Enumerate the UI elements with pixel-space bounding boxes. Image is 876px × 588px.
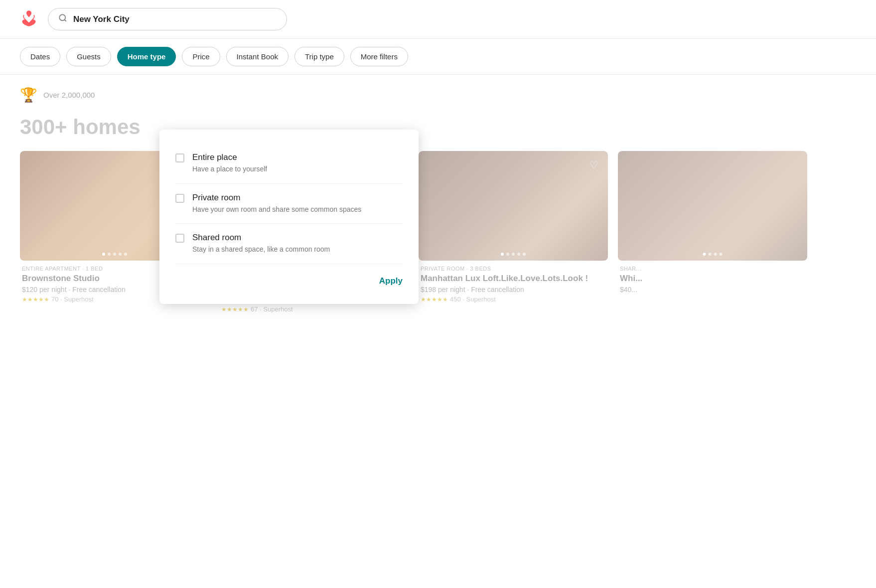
home-type-dropdown: Entire place Have a place to yourself Pr… xyxy=(159,130,419,304)
stars-icon: ★★★★★ xyxy=(421,296,448,303)
card-rating: ★★★★★ 450 · Superhost xyxy=(421,295,606,303)
carousel-dot[interactable] xyxy=(506,253,509,256)
listing-card[interactable]: ♡PRIVATE ROOM · 3 BEDSManhattan Lux Loft… xyxy=(419,151,608,318)
filter-bar: DatesGuestsHome typePriceInstant BookTri… xyxy=(0,39,876,75)
entire-place-checkbox[interactable] xyxy=(175,153,184,162)
carousel-dot[interactable] xyxy=(501,253,504,256)
card-price: $198 per night · Free cancellation xyxy=(421,286,606,294)
carousel-dot[interactable] xyxy=(703,253,706,256)
svg-point-0 xyxy=(59,14,65,20)
shared-room-checkbox[interactable] xyxy=(175,234,184,243)
shared-room-desc: Stay in a shared space, like a common ro… xyxy=(192,245,403,255)
private-room-desc: Have your own room and share some common… xyxy=(192,205,403,215)
option-row-entire: Entire place Have a place to yourself xyxy=(175,144,403,184)
card-title: Manhattan Lux Loft.Like.Love.Lots.Look ! xyxy=(421,274,606,284)
card-price: $40... xyxy=(620,286,805,294)
card-type: PRIVATE ROOM · 3 BEDS xyxy=(421,266,606,272)
search-bar[interactable]: New York City xyxy=(48,8,287,30)
entire-place-desc: Have a place to yourself xyxy=(192,164,403,174)
search-icon xyxy=(58,13,67,25)
filter-btn-trip-type[interactable]: Trip type xyxy=(294,47,344,66)
filter-btn-home-type[interactable]: Home type xyxy=(117,47,176,66)
airbnb-logo[interactable] xyxy=(20,9,38,29)
card-title: Whi... xyxy=(620,274,805,284)
trophy-icon: 🏆 xyxy=(20,87,37,103)
carousel-dot[interactable] xyxy=(108,253,111,256)
banner-text: Over 2,000,000 xyxy=(43,91,95,99)
private-room-checkbox[interactable] xyxy=(175,194,184,203)
option-row-private: Private room Have your own room and shar… xyxy=(175,184,403,224)
stars-icon: ★★★★★ xyxy=(22,296,49,303)
search-value: New York City xyxy=(73,14,130,24)
listing-card[interactable]: SHAR...Whi...$40... xyxy=(618,151,807,318)
filter-btn-more-filters[interactable]: More filters xyxy=(350,47,408,66)
filter-btn-dates[interactable]: Dates xyxy=(20,47,60,66)
svg-line-1 xyxy=(64,19,66,21)
carousel-dot[interactable] xyxy=(119,253,122,256)
card-type: SHAR... xyxy=(620,266,805,272)
carousel-dot[interactable] xyxy=(714,253,717,256)
carousel-dot[interactable] xyxy=(124,253,127,256)
trophy-banner: 🏆 Over 2,000,000 xyxy=(20,87,856,103)
filter-btn-price[interactable]: Price xyxy=(182,47,220,66)
stars-icon: ★★★★★ xyxy=(221,306,249,313)
filter-btn-guests[interactable]: Guests xyxy=(66,47,111,66)
option-row-shared: Shared room Stay in a shared space, like… xyxy=(175,224,403,264)
carousel-dot[interactable] xyxy=(102,253,105,256)
header: New York City xyxy=(0,0,876,39)
carousel-dot[interactable] xyxy=(523,253,526,256)
carousel-dot[interactable] xyxy=(113,253,116,256)
cards-row: ENTIRE APARTMENT · 1 BEDBrownstone Studi… xyxy=(20,151,856,318)
apply-button[interactable]: Apply xyxy=(379,272,403,290)
carousel-dot[interactable] xyxy=(720,253,723,256)
shared-room-label: Shared room xyxy=(192,233,403,243)
carousel-dot[interactable] xyxy=(512,253,515,256)
favorite-button[interactable]: ♡ xyxy=(586,157,602,173)
carousel-dot[interactable] xyxy=(517,253,520,256)
private-room-label: Private room xyxy=(192,193,403,203)
main-content: 🏆 Over 2,000,000 300+ homes ENTIRE APART… xyxy=(0,75,876,330)
entire-place-label: Entire place xyxy=(192,152,403,162)
carousel-dot[interactable] xyxy=(709,253,712,256)
filter-btn-instant-book[interactable]: Instant Book xyxy=(226,47,289,66)
card-rating: ★★★★★ 67 · Superhost xyxy=(221,305,407,313)
homes-count: 300+ homes xyxy=(20,115,856,139)
apply-row: Apply xyxy=(175,264,403,290)
